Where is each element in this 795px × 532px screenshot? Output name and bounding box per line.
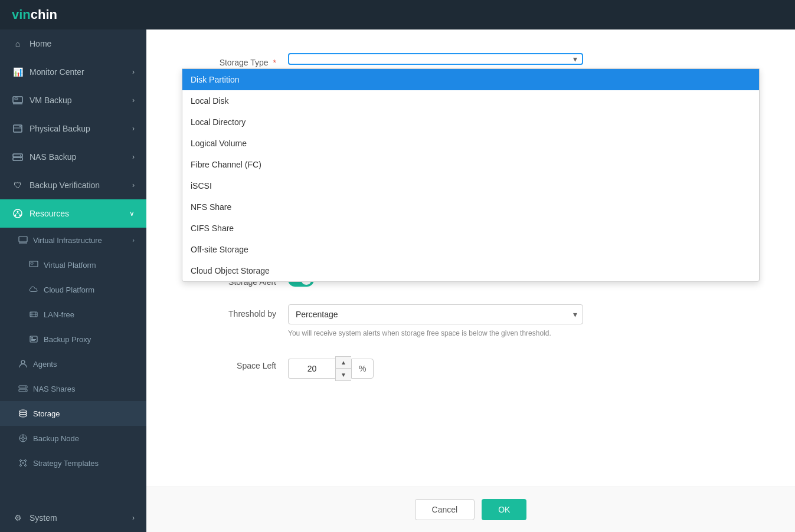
- verify-icon: 🛡: [12, 179, 24, 191]
- sidebar-item-nas-backup[interactable]: NAS Backup ›: [0, 143, 146, 171]
- storage-type-field: ▾ Disk Partition Local Disk Local Direct…: [288, 53, 583, 65]
- content-area: Storage Type * ▾ Disk Partition Local Di…: [146, 29, 795, 487]
- sidebar-sub-virtual-platform[interactable]: Virtual Platform: [0, 252, 146, 277]
- ok-button[interactable]: OK: [482, 499, 526, 520]
- space-left-unit: %: [351, 359, 374, 379]
- sidebar-label-virtual-infrastructure: Virtual Infrastructure: [33, 236, 102, 245]
- vi-icon: [18, 235, 28, 245]
- logo-prefix: vin: [12, 7, 31, 22]
- svg-rect-27: [31, 340, 35, 341]
- sidebar-sub-strategy-templates[interactable]: Strategy Templates: [0, 451, 146, 475]
- svg-point-48: [22, 462, 24, 464]
- threshold-by-field: Percentage ▾ You will receive system ale…: [288, 304, 583, 339]
- sidebar-item-system[interactable]: ⚙ System ›: [0, 504, 146, 532]
- sidebar-item-backup-verification[interactable]: 🛡 Backup Verification ›: [0, 171, 146, 199]
- dropdown-item-disk-partition[interactable]: Disk Partition: [182, 69, 759, 90]
- dropdown-item-logical-volume[interactable]: Logical Volume: [182, 133, 759, 154]
- svg-point-5: [19, 126, 21, 127]
- lanfree-icon: [28, 309, 39, 320]
- sidebar-label-system: System: [30, 513, 126, 523]
- nas-shares-icon: [18, 383, 28, 394]
- vp-icon: [28, 260, 39, 270]
- sidebar-item-resources[interactable]: Resources ∨: [0, 199, 146, 228]
- sidebar-label-nas-backup: NAS Backup: [30, 152, 126, 162]
- chevron-down-icon: ›: [132, 237, 135, 244]
- svg-point-9: [20, 159, 21, 160]
- svg-point-36: [19, 415, 27, 417]
- physical-icon: [12, 123, 24, 134]
- sidebar-sub-backup-proxy[interactable]: Backup Proxy: [0, 327, 146, 352]
- sidebar-item-monitor-center[interactable]: 📊 Monitor Center ›: [0, 58, 146, 86]
- main-content: Storage Type * ▾ Disk Partition Local Di…: [146, 29, 795, 532]
- svg-rect-29: [19, 386, 27, 388]
- svg-point-39: [22, 437, 24, 439]
- chart-icon: 📊: [12, 66, 24, 78]
- cloud-icon: [28, 284, 39, 295]
- cancel-button[interactable]: Cancel: [415, 499, 475, 520]
- svg-point-12: [15, 215, 17, 216]
- proxy-icon: [28, 334, 39, 344]
- sidebar-sub-agents[interactable]: Agents: [0, 352, 146, 376]
- svg-point-8: [20, 155, 21, 156]
- sidebar-label-lan-free: LAN-free: [44, 310, 74, 319]
- sidebar-item-home[interactable]: ⌂ Home: [0, 29, 146, 58]
- system-icon: ⚙: [12, 512, 24, 524]
- spinner-buttons: ▲ ▼: [335, 356, 351, 381]
- app-logo: vinchin: [12, 7, 57, 22]
- dropdown-item-fibre-channel[interactable]: Fibre Channel (FC): [182, 154, 759, 175]
- storage-type-row: Storage Type * ▾ Disk Partition Local Di…: [182, 53, 760, 67]
- sidebar-item-physical-backup[interactable]: Physical Backup ›: [0, 114, 146, 143]
- sidebar-label-resources: Resources: [30, 209, 123, 218]
- dropdown-item-cifs-share[interactable]: CIFS Share: [182, 218, 759, 239]
- home-icon: ⌂: [12, 38, 24, 50]
- sidebar-sub-cloud-platform[interactable]: Cloud Platform: [0, 277, 146, 302]
- sidebar: ⌂ Home 📊 Monitor Center › VM Backup ›: [0, 29, 146, 532]
- logo-suffix: chin: [31, 7, 57, 22]
- svg-point-33: [19, 410, 27, 412]
- chevron-right-icon: ›: [132, 68, 135, 76]
- chevron-right-icon: ›: [132, 124, 135, 133]
- sidebar-sub-nas-shares[interactable]: NAS Shares: [0, 376, 146, 401]
- svg-point-44: [20, 460, 22, 462]
- sidebar-label-vm-backup: VM Backup: [30, 96, 126, 105]
- number-input-group: ▲ ▼ %: [288, 356, 583, 381]
- sidebar-sub-backup-node[interactable]: Backup Node: [0, 426, 146, 451]
- sidebar-label-agents: Agents: [33, 360, 57, 369]
- backup-node-icon: [18, 433, 28, 444]
- dropdown-item-local-disk[interactable]: Local Disk: [182, 90, 759, 111]
- svg-point-46: [20, 465, 22, 467]
- dropdown-item-off-site-storage[interactable]: Off-site Storage: [182, 239, 759, 260]
- storage-type-select[interactable]: [288, 53, 583, 65]
- threshold-select[interactable]: Percentage: [288, 304, 583, 324]
- sidebar-label-strategy-templates: Strategy Templates: [33, 459, 99, 468]
- dropdown-item-iscsi[interactable]: iSCSI: [182, 175, 759, 196]
- dropdown-item-local-directory[interactable]: Local Directory: [182, 111, 759, 133]
- threshold-hint: You will receive system alerts when stor…: [288, 328, 583, 339]
- threshold-by-row: Threshold by Percentage ▾ You will recei…: [182, 304, 760, 339]
- strategy-icon: [18, 458, 28, 468]
- dropdown-item-cloud-object-storage[interactable]: Cloud Object Storage: [182, 260, 759, 281]
- sidebar-label-backup-verification: Backup Verification: [30, 180, 126, 190]
- space-left-input[interactable]: [288, 359, 335, 379]
- storage-type-select-wrapper: ▾: [288, 53, 583, 65]
- svg-line-15: [18, 213, 20, 215]
- spinner-down-button[interactable]: ▼: [336, 369, 351, 380]
- sidebar-label-storage: Storage: [33, 409, 60, 418]
- chevron-right-icon: ›: [132, 96, 135, 104]
- sidebar-item-vm-backup[interactable]: VM Backup ›: [0, 86, 146, 114]
- main-layout: ⌂ Home 📊 Monitor Center › VM Backup ›: [0, 29, 795, 532]
- svg-point-11: [17, 211, 19, 213]
- agents-icon: [18, 359, 28, 369]
- sidebar-label-physical-backup: Physical Backup: [30, 124, 126, 133]
- svg-point-37: [19, 412, 27, 415]
- dropdown-item-nfs-share[interactable]: NFS Share: [182, 196, 759, 218]
- sidebar-sub-storage[interactable]: Storage: [0, 401, 146, 426]
- threshold-by-label: Threshold by: [182, 304, 288, 318]
- sidebar-sub-virtual-infrastructure[interactable]: Virtual Infrastructure ›: [0, 228, 146, 252]
- sidebar-sub-lan-free[interactable]: LAN-free: [0, 302, 146, 327]
- spinner-up-button[interactable]: ▲: [336, 357, 351, 369]
- svg-rect-16: [19, 237, 27, 242]
- threshold-select-wrapper: Percentage ▾: [288, 304, 583, 324]
- sidebar-label-virtual-platform: Virtual Platform: [44, 261, 96, 270]
- content-footer: Cancel OK: [146, 487, 795, 532]
